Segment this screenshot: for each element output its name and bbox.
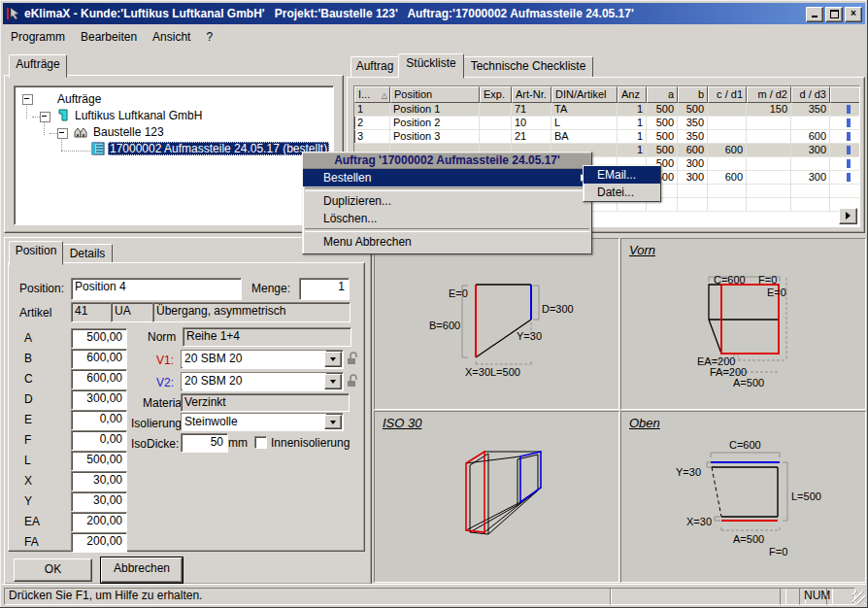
column-header[interactable] (830, 86, 859, 103)
tab-techn-checkliste[interactable]: Technische Checkliste (463, 56, 593, 78)
v2-combobox[interactable]: 20 SBM 20 (181, 372, 344, 391)
tree-expander[interactable] (22, 94, 33, 105)
column-header[interactable]: I...△ (354, 86, 390, 103)
column-header[interactable]: b (678, 86, 708, 103)
menu-item-duplizieren[interactable]: Duplizieren... (303, 192, 591, 210)
drawing-oben: Oben C=600 Y=30 L=500 X=30 (620, 411, 866, 583)
tree-expander[interactable] (40, 112, 50, 122)
tab-position[interactable]: Position (9, 241, 63, 265)
dim-input-fa[interactable]: 200,00 (71, 532, 127, 553)
menu-separator (305, 228, 589, 232)
resize-grip[interactable] (852, 591, 865, 604)
dim-input-y[interactable]: 30,00 (71, 491, 127, 512)
column-header[interactable]: c / d1 (708, 86, 747, 103)
column-header[interactable]: Anz (618, 86, 647, 103)
tab-stueckliste[interactable]: Stückliste (398, 53, 464, 79)
maximize-button[interactable] (825, 7, 843, 22)
innenisolierung-checkbox[interactable] (254, 436, 267, 449)
cell (747, 117, 791, 130)
column-header[interactable]: Exp. (480, 86, 512, 103)
dim-label-e: E (24, 412, 32, 427)
app-icon[interactable] (6, 6, 21, 21)
dim-label-l: L (24, 453, 31, 468)
menu-bearbeiten[interactable]: Bearbeiten (73, 27, 145, 47)
sort-asc-icon: △ (382, 88, 387, 103)
dim-input-l[interactable]: 500,00 (71, 451, 127, 471)
column-header[interactable]: Position (390, 86, 480, 103)
dim-input-e[interactable]: 0,00 (71, 410, 127, 430)
menu-ansicht[interactable]: Ansicht (145, 27, 198, 47)
tab-auftraege[interactable]: Aufträge (9, 54, 67, 78)
menu-separator (305, 187, 589, 191)
table-row[interactable]: 3 Position 3 21 BA 1 500 350 600 (354, 130, 859, 144)
dim-input-b[interactable]: 600,00 (71, 349, 127, 369)
cell: 350 (678, 130, 708, 144)
status-message: Drücken Sie F1, um Hilfe zu erhalten. (4, 588, 612, 605)
cell (708, 157, 747, 171)
tree-expander[interactable] (57, 128, 68, 139)
cell: 1 (618, 144, 647, 157)
menu-item-loeschen[interactable]: Löschen... (303, 210, 591, 227)
table-row[interactable]: 1 Position 1 71 TA 1 500 500 150 350 (354, 103, 859, 117)
minimize-button[interactable] (806, 7, 823, 22)
cell (747, 171, 791, 185)
v1-dropdown-arrow-icon[interactable] (324, 352, 342, 367)
column-header[interactable]: DIN/Artikel (551, 86, 618, 103)
column-header[interactable]: Art-Nr. (512, 86, 551, 103)
dim-input-a[interactable]: 500,00 (71, 328, 127, 349)
order-tree[interactable]: Aufträge Luftikus Luftkanal GmbH Baustel… (14, 85, 334, 225)
cell: Position 2 (390, 117, 480, 130)
cell (708, 117, 747, 130)
dim-input-d[interactable]: 300,00 (71, 389, 127, 410)
tree-item-customer[interactable]: Luftikus Luftkanal GmbH (73, 109, 204, 122)
dim-input-f[interactable]: 0,00 (71, 430, 127, 451)
v1-combobox[interactable]: 20 SBM 20 (181, 350, 344, 369)
submenu-item-email[interactable]: EMail... (584, 166, 660, 184)
column-header[interactable]: d / d3 (791, 86, 830, 103)
menu-item-abbrechen[interactable]: Menu Abbrechen (303, 233, 591, 251)
position-input[interactable]: Position 4 (71, 278, 242, 300)
ok-button[interactable]: OK (14, 558, 92, 582)
order-icon (91, 142, 106, 155)
cell: 1 (354, 103, 390, 117)
abbrechen-button[interactable]: Abbrechen (101, 557, 183, 583)
submenu-item-datei[interactable]: Datei... (584, 184, 660, 201)
innenisolierung-label: Innenisolierung (271, 435, 350, 451)
table-row[interactable]: 2 Position 2 10 L 1 500 350 (354, 117, 859, 130)
tree-item-order[interactable]: 17000002 Aufmassteile 24.05.17 (bestellt… (108, 142, 329, 155)
title-bar[interactable]: eKlimaX - Kunde:'Luftikus Luftkanal GmbH… (3, 3, 865, 24)
norm-label: Norm (148, 329, 176, 345)
iso-drawing (375, 412, 617, 580)
tab-auftrag[interactable]: Auftrag (351, 56, 399, 78)
dim-label-b: B (24, 351, 32, 366)
cell (708, 103, 747, 117)
isolierung-combobox[interactable]: Steinwolle (181, 413, 344, 431)
cell: 10 (512, 117, 551, 130)
dim-input-x[interactable]: 30,00 (71, 471, 127, 491)
dim-input-ea[interactable]: 200,00 (71, 512, 127, 532)
material-label: Material (143, 395, 184, 411)
artikel-nr-field: 41 (71, 302, 116, 322)
cell: 71 (512, 103, 551, 117)
tree-item-root[interactable]: Aufträge (55, 92, 103, 106)
scroll-right-button[interactable] (839, 208, 857, 224)
column-header[interactable]: a (647, 86, 678, 103)
column-header[interactable]: m / d2 (747, 86, 791, 103)
close-button[interactable]: × (845, 7, 862, 22)
tree-connector (32, 117, 40, 118)
cell: 1 (618, 130, 647, 144)
dim-input-c[interactable]: 600,00 (71, 369, 127, 389)
menu-item-bestellen[interactable]: Bestellen (303, 169, 591, 186)
isodicke-input[interactable]: 50 (181, 433, 228, 453)
dim-label-d: D (24, 391, 33, 407)
dim-label: A=500 (733, 533, 764, 545)
menge-input[interactable]: 1 (299, 278, 350, 300)
menu-programm[interactable]: Programm (3, 27, 73, 47)
v1-label: V1: (156, 353, 174, 368)
menu-help[interactable]: ? (198, 27, 220, 47)
isolierung-dropdown-arrow-icon[interactable] (324, 415, 342, 429)
tree-item-site[interactable]: Baustelle 123 (91, 125, 166, 139)
v2-dropdown-arrow-icon[interactable] (324, 374, 342, 389)
menu-bar: Programm Bearbeiten Ansicht ? (3, 26, 865, 47)
cell: 300 (791, 144, 830, 157)
